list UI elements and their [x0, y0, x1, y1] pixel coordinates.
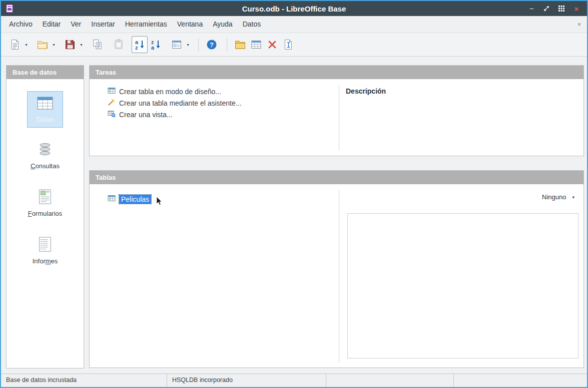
task-create-table-design[interactable]: Crear tabla en modo de diseño...	[108, 87, 241, 96]
forms-icon	[38, 189, 53, 207]
status-empty-2	[454, 374, 587, 387]
copy-button[interactable]	[90, 36, 106, 53]
status-engine: HSQLDB incorporado	[167, 374, 326, 387]
tables-panel: Tablas Peliculas	[89, 170, 584, 368]
form-dropdown-arrow[interactable]: ▾	[185, 36, 191, 53]
sidebar-item-forms[interactable]: Formularios	[20, 184, 71, 222]
sidebar-item-reports[interactable]: Informes	[24, 232, 67, 269]
sidebar-item-label: Tablas	[36, 116, 55, 123]
tasks-panel: Tareas Crear tabla en modo de diseño.	[89, 65, 584, 156]
table-small-icon	[108, 194, 116, 204]
menu-insertar[interactable]: Insertar	[86, 16, 120, 33]
wizard-icon	[108, 98, 116, 108]
tables-list: Peliculas	[108, 194, 151, 204]
tables-divider	[339, 190, 339, 362]
workspaces-button[interactable]	[555, 3, 568, 15]
sidebar-header: Base de datos	[7, 66, 84, 79]
menu-ventana[interactable]: Ventana	[172, 16, 208, 33]
table-item-peliculas[interactable]: Peliculas	[108, 194, 151, 204]
titlebar: Curso.odb - LibreOffice Base − ×	[1, 1, 587, 16]
database-sidebar: Base de datos Tablas	[6, 65, 84, 368]
description-title: Descripción	[346, 87, 386, 95]
tasks-divider	[339, 85, 339, 151]
svg-text:?: ?	[210, 41, 214, 49]
reports-icon	[38, 236, 53, 254]
toolbar-separator	[227, 38, 227, 51]
restore-button[interactable]	[540, 3, 553, 15]
paste-button[interactable]	[111, 36, 127, 53]
chevron-down-icon: ▾	[572, 195, 574, 200]
form-button[interactable]	[169, 36, 185, 53]
new-document-dropdown-arrow[interactable]: ▾	[23, 36, 30, 53]
sort-ascending-button[interactable]: a z	[132, 36, 148, 53]
menu-datos[interactable]: Datos	[238, 16, 266, 33]
sidebar-nav-list: Tablas Consultas	[7, 79, 84, 269]
rename-button[interactable]	[280, 36, 296, 53]
open-document-dropdown-arrow[interactable]: ▾	[51, 36, 57, 53]
menu-editar[interactable]: Editar	[38, 16, 66, 33]
content-area: Base de datos Tablas	[1, 57, 587, 373]
window-controls: − ×	[525, 3, 583, 15]
open-document-button[interactable]	[35, 36, 51, 53]
libreoffice-base-icon	[5, 4, 14, 13]
task-create-table-wizard[interactable]: Crear una tabla mediante el asistente...	[108, 99, 241, 107]
toolbar-separator	[198, 38, 199, 51]
close-document-button[interactable]: ×	[577, 21, 581, 28]
tables-panel-header: Tablas	[90, 171, 583, 184]
svg-text:a: a	[151, 45, 155, 51]
sidebar-item-label: Consultas	[31, 162, 60, 170]
open-database-object-button[interactable]	[232, 36, 248, 53]
sidebar-item-queries[interactable]: Consultas	[22, 138, 68, 174]
statusbar: Base de datos incrustada HSQLDB incorpor…	[1, 373, 587, 387]
table-small-icon	[108, 87, 116, 97]
task-list: Crear tabla en modo de diseño... Crear u…	[108, 87, 241, 119]
status-empty-1	[326, 374, 454, 387]
preview-mode-dropdown[interactable]: Ninguno ▾	[542, 193, 574, 201]
toolbar: ▾ ▾ ▾	[1, 33, 587, 57]
sort-descending-button[interactable]: z a	[148, 36, 164, 53]
sidebar-item-label: Formularios	[28, 210, 63, 217]
new-document-button[interactable]	[7, 36, 23, 53]
delete-button[interactable]	[264, 36, 280, 53]
queries-icon	[37, 142, 54, 159]
preview-mode-value: Ninguno	[542, 193, 566, 201]
preview-area	[347, 213, 578, 358]
menubar: Archivo Editar Ver Insertar Herramientas…	[1, 16, 587, 33]
status-database-type: Base de datos incrustada	[1, 374, 167, 387]
help-button[interactable]: ?	[204, 36, 220, 53]
save-button[interactable]	[62, 36, 78, 53]
svg-text:z: z	[135, 45, 138, 51]
new-table-design-button[interactable]	[248, 36, 264, 53]
tables-icon	[37, 96, 54, 113]
tasks-panel-header: Tareas	[90, 66, 583, 79]
sidebar-item-tables[interactable]: Tablas	[27, 91, 63, 128]
close-button[interactable]: ×	[570, 3, 583, 15]
menu-herramientas[interactable]: Herramientas	[120, 16, 172, 33]
menu-ayuda[interactable]: Ayuda	[208, 16, 237, 33]
sidebar-item-label: Informes	[33, 257, 58, 265]
table-item-label: Peliculas	[119, 195, 151, 204]
application-window: Curso.odb - LibreOffice Base − × Archivo…	[0, 0, 588, 388]
save-dropdown-arrow[interactable]: ▾	[78, 36, 85, 53]
minimize-button[interactable]: −	[525, 3, 538, 15]
window-title: Curso.odb - LibreOffice Base	[1, 5, 587, 13]
task-create-view[interactable]: Crear una vista...	[108, 110, 241, 119]
menu-ver[interactable]: Ver	[66, 16, 86, 33]
view-icon	[108, 110, 116, 120]
menu-archivo[interactable]: Archivo	[4, 16, 38, 33]
